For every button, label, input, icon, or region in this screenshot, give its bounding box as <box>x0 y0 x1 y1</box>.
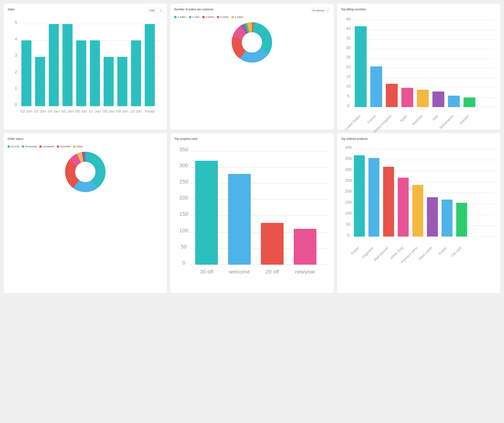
legend-dot-1order <box>189 16 191 18</box>
sales-dropdown[interactable]: Daily Weekly Monthly <box>147 8 163 13</box>
svg-text:300: 300 <box>345 167 352 172</box>
svg-rect-131 <box>398 178 408 237</box>
svg-rect-68 <box>417 90 429 107</box>
order-status-title: Order status <box>8 137 23 140</box>
svg-text:Italy: Italy <box>432 114 439 121</box>
top-billing-chart-svg: 0 5 10 15 20 25 30 35 40 45 <box>341 16 496 125</box>
legend-4orders: 4 orders <box>217 16 229 18</box>
svg-text:Netherlands: Netherlands <box>439 114 455 130</box>
top-products-chart-svg: 0 50 100 150 200 250 300 350 400 <box>341 145 496 259</box>
svg-rect-74 <box>463 97 475 107</box>
svg-rect-12 <box>21 40 31 106</box>
svg-text:100: 100 <box>345 211 352 216</box>
svg-rect-26 <box>117 57 127 106</box>
svg-rect-127 <box>368 158 379 237</box>
svg-text:10 Jan: 10 Jan <box>130 109 142 113</box>
svg-rect-72 <box>448 95 460 107</box>
svg-text:3: 3 <box>15 53 17 58</box>
top-products-chart: 0 50 100 150 200 250 300 350 400 <box>341 145 496 260</box>
svg-rect-70 <box>432 92 444 107</box>
svg-text:Sweden: Sweden <box>458 114 470 126</box>
svg-rect-99 <box>195 161 218 265</box>
orders-donut-svg <box>230 20 274 65</box>
svg-rect-14 <box>35 57 45 106</box>
orders-dropdown[interactable]: All statuses Processing Completed <box>310 8 330 13</box>
legend-dot-5orders <box>232 16 234 18</box>
svg-text:50: 50 <box>181 244 187 250</box>
legend-label-1order: 1 order <box>192 16 199 18</box>
sales-dropdown-wrap[interactable]: Daily Weekly Monthly <box>147 8 163 13</box>
legend-dot-on-hold <box>8 146 10 148</box>
svg-text:Spain: Spain <box>399 114 408 123</box>
legend-label-on-hold: On hold <box>11 145 19 148</box>
svg-rect-60 <box>354 26 366 107</box>
svg-text:20: 20 <box>346 65 351 69</box>
svg-text:0: 0 <box>347 233 349 237</box>
svg-text:25: 25 <box>346 55 351 59</box>
svg-point-39 <box>242 32 262 53</box>
top-products-title: Top ordered products <box>341 137 368 140</box>
top-products-header: Top ordered products <box>341 137 496 143</box>
svg-rect-137 <box>442 200 452 236</box>
top-coupons-header: Top coupons used <box>174 137 330 143</box>
svg-text:2: 2 <box>15 69 17 74</box>
svg-text:150: 150 <box>179 211 188 217</box>
svg-text:White mug: White mug <box>389 246 404 260</box>
legend-label-processing: Processing <box>25 145 36 148</box>
legend-5orders: 5 orders <box>232 16 243 18</box>
svg-text:200: 200 <box>179 195 188 201</box>
dashboard: Sales Daily Weekly Monthly 0 1 2 3 4 5 <box>4 4 500 293</box>
svg-text:4: 4 <box>15 36 17 41</box>
top-coupons-title: Top coupons used <box>174 137 197 140</box>
svg-text:200: 200 <box>345 189 352 194</box>
legend-dot-completed <box>39 146 42 148</box>
order-status-donut-svg <box>63 150 108 194</box>
svg-rect-20 <box>76 40 86 106</box>
orders-dropdown-wrap[interactable]: All statuses Processing Completed <box>310 8 330 13</box>
svg-rect-103 <box>261 223 284 265</box>
legend-label-3orders: 3 orders <box>206 16 214 18</box>
svg-rect-66 <box>401 88 413 107</box>
svg-rect-125 <box>354 155 365 236</box>
svg-text:30: 30 <box>346 46 351 50</box>
sales-chart: 0 1 2 3 4 5 02 Jan 03 Jan <box>8 16 163 117</box>
svg-text:06 Jan: 06 Jan <box>75 109 87 113</box>
sales-chart-svg: 0 1 2 3 4 5 02 Jan 03 Jan <box>8 16 163 116</box>
orders-legend: 2 orders 1 order 3 orders 4 orders 5 ord… <box>174 16 330 18</box>
svg-text:100: 100 <box>179 228 188 234</box>
svg-text:Australia: Australia <box>411 114 423 126</box>
svg-text:Eraser: Eraser <box>438 246 448 256</box>
orders-per-customer-header: Number of orders per customer All status… <box>174 8 330 13</box>
svg-rect-24 <box>104 57 114 106</box>
legend-on-hold: On hold <box>8 145 19 148</box>
svg-rect-64 <box>386 84 398 107</box>
svg-point-82 <box>75 162 96 182</box>
svg-text:05 Jan: 05 Jan <box>62 109 73 113</box>
legend-label-4orders: 4 orders <box>220 16 229 18</box>
svg-text:250: 250 <box>345 178 352 183</box>
svg-text:02 Jan: 02 Jan <box>21 109 32 113</box>
svg-rect-105 <box>294 229 316 265</box>
legend-2orders: 2 orders <box>174 16 186 18</box>
top-billing-title: Top billing countries <box>341 8 366 11</box>
svg-text:03 Jan: 03 Jan <box>34 109 46 113</box>
svg-text:50: 50 <box>346 222 351 226</box>
sales-title: Sales <box>8 8 15 11</box>
svg-text:1: 1 <box>15 86 17 91</box>
svg-text:30 off: 30 off <box>200 269 214 275</box>
svg-text:150: 150 <box>345 200 352 205</box>
svg-text:250: 250 <box>179 179 188 185</box>
svg-text:Today: Today <box>144 109 155 113</box>
svg-rect-62 <box>370 66 382 107</box>
svg-text:300: 300 <box>179 163 188 169</box>
svg-rect-18 <box>62 24 72 106</box>
top-billing-card: Top billing countries 0 5 10 15 20 25 30… <box>337 4 500 130</box>
legend-dot-cancelled <box>57 146 59 148</box>
order-status-card: Order status On hold Processing Complete… <box>4 133 167 293</box>
legend-dot-failed <box>73 146 75 148</box>
legend-label-completed: Completed <box>43 145 54 148</box>
svg-text:Poster: Poster <box>350 246 360 256</box>
svg-text:400: 400 <box>345 145 352 150</box>
svg-text:5: 5 <box>15 20 17 25</box>
svg-text:15: 15 <box>346 74 351 79</box>
